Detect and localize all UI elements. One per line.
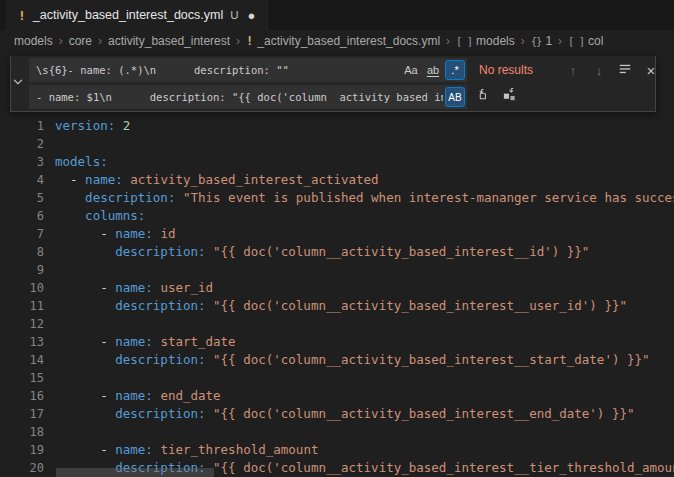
line-number: 16 (0, 387, 44, 405)
breadcrumb-label: models (14, 34, 53, 48)
code-text: - name: end_date (55, 387, 221, 405)
code-line: 6 columns: (0, 207, 674, 225)
line-number: 18 (0, 423, 44, 441)
breadcrumb-separator: › (558, 34, 562, 48)
breadcrumb-item[interactable]: [ ]col (568, 34, 603, 48)
code-line: 11 description: "{{ doc('column__activit… (0, 297, 674, 315)
regex-button[interactable]: .* (445, 60, 465, 80)
code-line: 19 - name: tier_threshold_amount (0, 441, 674, 459)
code-text: description: "{{ doc('column__activity_b… (55, 351, 650, 369)
code-line: 2 (0, 135, 674, 153)
arrow-down-icon: ↓ (596, 63, 603, 78)
replace-row: AB (29, 85, 661, 109)
line-number: 5 (0, 189, 44, 207)
breadcrumb-separator: › (236, 34, 240, 48)
close-icon: × (647, 62, 656, 79)
horizontal-scrollbar[interactable] (56, 468, 214, 477)
array-icon: [ ] (568, 35, 584, 47)
code-text: models: (55, 153, 108, 171)
find-input[interactable] (34, 63, 401, 77)
breadcrumb-label: 1 (545, 34, 552, 48)
code-line: 14 description: "{{ doc('column__activit… (0, 351, 674, 369)
code-line: 4 - name: activity_based_interest_activa… (0, 171, 674, 189)
breadcrumb-label: models (476, 34, 515, 48)
find-row: Aa ab .* No results ↑ ↓ × (29, 58, 661, 82)
line-number: 1 (0, 117, 44, 135)
replace-all-button[interactable] (499, 87, 519, 107)
code-line: 1version: 2 (0, 117, 674, 135)
code-line: 5 description: "This event is published … (0, 189, 674, 207)
breadcrumb-label: core (69, 34, 92, 48)
editor-tab[interactable]: ! _activity_based_interest_docs.yml U ● (6, 0, 268, 30)
find-in-selection-button[interactable] (615, 60, 635, 80)
breadcrumb-item[interactable]: models (14, 34, 53, 48)
line-number: 17 (0, 405, 44, 423)
code-line: 8 description: "{{ doc('column__activity… (0, 243, 674, 261)
line-number: 14 (0, 351, 44, 369)
toggle-replace-button[interactable] (11, 56, 25, 111)
vscode-window: ! _activity_based_interest_docs.yml U ● … (0, 0, 674, 477)
code-text: description: "{{ doc('column__activity_b… (55, 243, 589, 261)
line-number: 2 (0, 135, 44, 153)
array-icon: [ ] (456, 35, 472, 47)
line-number: 19 (0, 441, 44, 459)
replace-input[interactable] (34, 90, 445, 104)
line-number: 4 (0, 171, 44, 189)
tab-filename: _activity_based_interest_docs.yml (33, 8, 223, 22)
warning-icon: ! (246, 34, 253, 48)
breadcrumb-item[interactable]: activity_based_interest (108, 34, 230, 48)
match-case-button[interactable]: Aa (401, 60, 421, 80)
code-line: 16 - name: end_date (0, 387, 674, 405)
close-find-widget-button[interactable]: × (641, 60, 661, 80)
replace-button[interactable] (473, 87, 493, 107)
breadcrumb-item[interactable]: [ ]models (456, 34, 515, 48)
code-line: 9 (0, 261, 674, 279)
replace-icon (476, 88, 491, 106)
chevron-down-icon (11, 75, 25, 93)
breadcrumb: models›core›activity_based_interest›!_ac… (0, 30, 674, 52)
breadcrumb-separator: › (98, 34, 102, 48)
breadcrumb-label: col (588, 34, 603, 48)
arrow-up-icon: ↑ (570, 63, 577, 78)
code-lines: 1version: 223models:4 - name: activity_b… (0, 117, 674, 477)
code-text: description: "{{ doc('column__activity_b… (55, 405, 635, 423)
code-line: 7 - name: id (0, 225, 674, 243)
find-replace-widget: Aa ab .* No results ↑ ↓ × (10, 56, 656, 112)
next-match-button[interactable]: ↓ (589, 60, 609, 80)
code-text: description: "{{ doc('column__activity_b… (55, 297, 627, 315)
breadcrumb-separator: › (521, 34, 525, 48)
line-number: 12 (0, 315, 44, 333)
code-text: version: 2 (55, 117, 130, 135)
code-line: 18 (0, 423, 674, 441)
breadcrumb-item[interactable]: {}1 (531, 34, 552, 48)
object-icon: {} (531, 35, 542, 47)
code-line: 17 description: "{{ doc('column__activit… (0, 405, 674, 423)
selection-lines-icon (618, 62, 632, 79)
code-text: - name: tier_threshold_amount (55, 441, 318, 459)
replace-all-icon (502, 88, 517, 106)
code-line: 15 (0, 369, 674, 387)
modified-dot-icon[interactable]: ● (248, 9, 256, 22)
code-text: description: "This event is published wh… (55, 189, 674, 207)
line-number: 6 (0, 207, 44, 225)
whole-word-button[interactable]: ab (423, 60, 443, 80)
editor[interactable]: 1version: 223models:4 - name: activity_b… (0, 52, 674, 477)
replace-input-box: AB (29, 85, 467, 109)
previous-match-button[interactable]: ↑ (563, 60, 583, 80)
breadcrumb-item[interactable]: core (69, 34, 92, 48)
git-status-badge: U (230, 9, 238, 21)
line-number: 7 (0, 225, 44, 243)
code-line: 13 - name: start_date (0, 333, 674, 351)
code-text: - name: activity_based_interest_activate… (55, 171, 379, 189)
line-number: 11 (0, 297, 44, 315)
line-number: 8 (0, 243, 44, 261)
breadcrumb-item[interactable]: !_activity_based_interest_docs.yml (246, 34, 440, 48)
breadcrumb-separator: › (59, 34, 63, 48)
tab-bar: ! _activity_based_interest_docs.yml U ● (0, 0, 674, 30)
preserve-case-button[interactable]: AB (445, 87, 465, 107)
yaml-file-icon: ! (18, 8, 26, 23)
code-line: 3models: (0, 153, 674, 171)
find-results-count: No results (479, 63, 551, 77)
code-text: - name: start_date (55, 333, 236, 351)
find-input-box: Aa ab .* (29, 58, 467, 82)
